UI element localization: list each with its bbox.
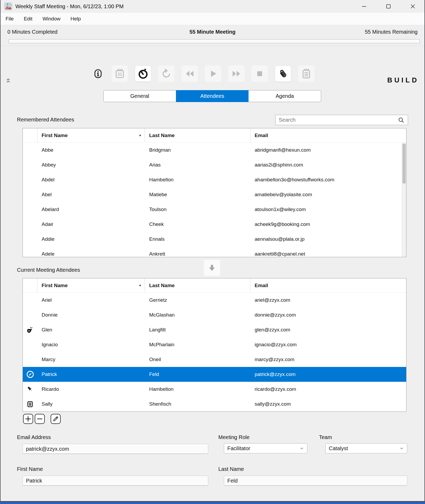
cell-first-name: Marcy (37, 357, 145, 362)
table-header-row: First Name ▾ Last Name Email (23, 128, 406, 143)
attendee-row[interactable]: PatrickFeldpatrick@zzyx.com (23, 367, 406, 382)
tab-general[interactable]: General (103, 90, 176, 102)
chevron-down-icon (400, 446, 404, 450)
cell-last-name: Bridgman (145, 147, 250, 153)
cell-first-name: Abel (37, 192, 145, 198)
cell-first-name: Addie (37, 236, 145, 242)
cell-last-name: Ennals (145, 236, 250, 242)
menu-help[interactable]: Help (70, 16, 81, 22)
team-label: Team (319, 434, 332, 440)
attendee-row[interactable]: AbbeyAriasaarias2i@sphinn.com (23, 157, 406, 172)
cell-email: marcy@zzyx.com (250, 357, 406, 362)
column-header-first-name[interactable]: First Name ▾ (37, 278, 145, 292)
play-button[interactable] (205, 65, 221, 82)
scrollbar-thumb[interactable] (402, 144, 406, 183)
current-attendees-table: First Name ▾ Last Name Email ArielGerrie… (23, 278, 406, 412)
cell-last-name: Arias (145, 162, 250, 168)
attendee-row[interactable]: IgnacioMcPharlainignacio@zzyx.com (23, 337, 406, 352)
cell-email: aennalsou@plala.or.jp (250, 236, 406, 242)
sort-descending-icon: ▾ (139, 133, 141, 137)
meeting-role-value: Facilitator (227, 445, 250, 452)
email-address-field[interactable] (23, 444, 208, 454)
brand-logo: BUILD (387, 76, 419, 84)
team-select[interactable]: Catalyst (325, 443, 407, 453)
attendee-row[interactable]: SallyShenfischsally@zzyx.com (23, 397, 406, 411)
cell-last-name: Langfitt (145, 327, 250, 333)
attendee-row[interactable]: AbelMatiebeamatiebeiv@yolasite.com (23, 187, 406, 202)
window-title: Weekly Staff Meeting - Mon, 6/12/23, 1:0… (15, 3, 123, 10)
menu-edit[interactable]: Edit (24, 16, 33, 22)
menu-file[interactable]: File (6, 16, 14, 22)
cell-email: ahambelton3o@howstuffworks.com (250, 177, 406, 183)
rewind-button[interactable] (181, 65, 198, 82)
cell-last-name: Matiebe (145, 192, 250, 198)
cell-email: patrick@zzyx.com (250, 371, 406, 377)
reset-button[interactable] (158, 65, 175, 82)
last-name-field[interactable] (224, 476, 407, 486)
column-header-gutter (23, 128, 37, 142)
attendee-row[interactable]: AdeleAnkrettaankretti8@cpanel.net (23, 247, 406, 257)
tab-agenda[interactable]: Agenda (248, 90, 321, 102)
attendee-row[interactable]: AdairCheekacheek9g@booking.com (23, 217, 406, 232)
stopwatch-button[interactable] (135, 65, 151, 82)
cell-first-name: Abelard (37, 207, 145, 212)
column-header-email[interactable]: Email (250, 128, 406, 142)
meeting-progress-bar (9, 39, 420, 43)
maximize-icon[interactable] (383, 2, 394, 11)
cell-email: amatiebeiv@yolasite.com (250, 192, 406, 198)
toolbar: 31 (91, 65, 315, 82)
remove-attendee-button[interactable] (35, 414, 45, 424)
attendee-row[interactable]: MarcyOneilmarcy@zzyx.com (23, 352, 406, 367)
calendar-button[interactable]: 31 (112, 65, 128, 82)
fast-forward-button[interactable] (228, 65, 245, 82)
cell-email: atoulson1x@wiley.com (250, 207, 406, 212)
pin-icon (23, 385, 37, 393)
cell-first-name: Ricardo (37, 386, 145, 392)
column-header-first-name[interactable]: First Name ▾ (37, 128, 145, 142)
table-body: AbbeBridgmanabridgmanfi@hexun.comAbbeyAr… (23, 143, 406, 257)
cell-email: ricardo@zzyx.com (250, 386, 406, 392)
edit-attendee-button[interactable] (51, 414, 61, 424)
attendee-row[interactable]: AbelardToulsonatoulson1x@wiley.com (23, 202, 406, 217)
attendee-row[interactable]: RicardoHambeltonricardo@zzyx.com (23, 382, 406, 397)
cell-email: aankretti8@cpanel.net (250, 251, 406, 257)
column-header-email[interactable]: Email (250, 278, 406, 292)
paperclip-button[interactable] (275, 65, 291, 82)
cell-first-name: Abbe (37, 147, 145, 153)
cell-first-name: Adair (37, 221, 145, 227)
meeting-role-label: Meeting Role (218, 434, 250, 440)
attendee-row[interactable]: DonnieMcGlashandonnie@zzyx.com (23, 308, 406, 322)
meeting-progress-labels: 0 Minutes Completed 55 Minute Meeting 55… (1, 25, 424, 38)
attendee-row[interactable]: AbdelHambeltonahambelton3o@howstuffworks… (23, 172, 406, 187)
stopwatch-icon (138, 68, 149, 79)
sort-descending-icon: ▾ (139, 283, 141, 287)
search-icon[interactable] (398, 117, 405, 124)
meeting-role-select[interactable]: Facilitator (224, 443, 307, 453)
cell-first-name: Donnie (37, 312, 145, 318)
note-icon (23, 401, 37, 408)
add-to-meeting-button[interactable] (204, 260, 220, 276)
clipboard-button[interactable] (298, 65, 315, 82)
attendee-row[interactable]: GlenLangfittglen@zzyx.com (23, 322, 406, 337)
info-button[interactable] (91, 65, 105, 82)
vertical-scrollbar[interactable] (402, 142, 406, 257)
cell-last-name: Cheek (145, 221, 250, 227)
column-header-last-name[interactable]: Last Name (145, 128, 250, 142)
first-name-field[interactable] (23, 476, 208, 486)
tab-attendees[interactable]: Attendees (176, 90, 249, 102)
close-icon[interactable] (408, 2, 418, 11)
collapse-toolbar-chevrons-icon[interactable] (5, 77, 11, 84)
attendee-row[interactable]: AddieEnnalsaennalsou@plala.or.jp (23, 232, 406, 247)
minimize-icon[interactable] (359, 2, 369, 11)
column-header-last-name[interactable]: Last Name (145, 278, 250, 292)
attendee-row[interactable]: ArielGerrietzariel@zzyx.com (23, 293, 406, 308)
menu-window[interactable]: Window (42, 16, 60, 22)
stop-icon (255, 69, 264, 78)
cell-first-name: Ignacio (37, 342, 145, 348)
stop-button[interactable] (251, 65, 268, 82)
rewind-icon (185, 69, 194, 78)
add-attendee-button[interactable] (23, 414, 33, 424)
attendee-row[interactable]: AbbeBridgmanabridgmanfi@hexun.com (23, 143, 406, 157)
search-input[interactable] (276, 117, 398, 123)
plus-icon (24, 415, 32, 423)
